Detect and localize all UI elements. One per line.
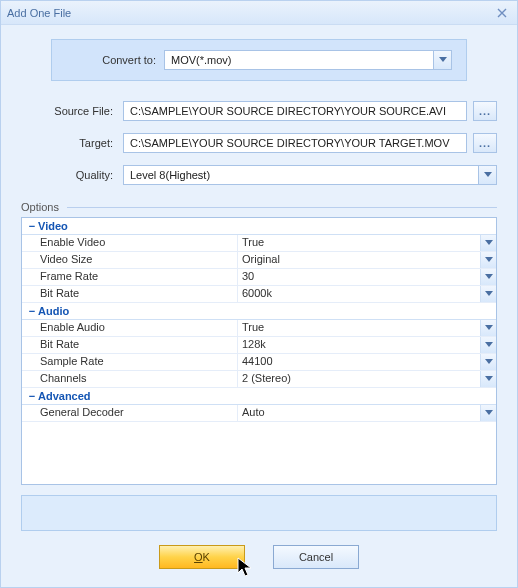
ok-mnemonic: O bbox=[194, 551, 203, 563]
target-input[interactable] bbox=[123, 133, 467, 153]
prop-name: Bit Rate bbox=[22, 337, 238, 353]
prop-name: Sample Rate bbox=[22, 354, 238, 370]
target-label: Target: bbox=[21, 137, 113, 149]
prop-row[interactable]: General DecoderAuto bbox=[22, 405, 496, 422]
chevron-down-icon[interactable] bbox=[433, 51, 451, 69]
prop-value: Auto bbox=[238, 405, 480, 421]
section-audio[interactable]: − Audio bbox=[22, 303, 496, 320]
quality-select[interactable]: Level 8(Highest) bbox=[123, 165, 497, 185]
options-label: Options bbox=[21, 201, 59, 213]
section-video[interactable]: − Video bbox=[22, 218, 496, 235]
prop-name: Enable Audio bbox=[22, 320, 238, 336]
chevron-down-icon[interactable] bbox=[480, 269, 496, 285]
convert-panel: Convert to: MOV(*.mov) bbox=[51, 39, 467, 81]
prop-name: Frame Rate bbox=[22, 269, 238, 285]
prop-value: 44100 bbox=[238, 354, 480, 370]
options-header: Options bbox=[21, 201, 497, 213]
chevron-down-icon[interactable] bbox=[480, 235, 496, 251]
section-title: Audio bbox=[38, 305, 69, 317]
section-advanced[interactable]: − Advanced bbox=[22, 388, 496, 405]
collapse-icon[interactable]: − bbox=[26, 390, 38, 402]
prop-value: True bbox=[238, 235, 480, 251]
chevron-down-icon[interactable] bbox=[480, 320, 496, 336]
section-title: Video bbox=[38, 220, 68, 232]
chevron-down-icon[interactable] bbox=[480, 286, 496, 302]
prop-row[interactable]: Bit Rate6000k bbox=[22, 286, 496, 303]
prop-value: 128k bbox=[238, 337, 480, 353]
prop-row[interactable]: Enable AudioTrue bbox=[22, 320, 496, 337]
target-browse-button[interactable]: ... bbox=[473, 133, 497, 153]
prop-value: True bbox=[238, 320, 480, 336]
prop-name: Bit Rate bbox=[22, 286, 238, 302]
quality-label: Quality: bbox=[21, 169, 113, 181]
prop-row[interactable]: Frame Rate30 bbox=[22, 269, 496, 286]
source-row: Source File: ... bbox=[21, 101, 497, 121]
section-title: Advanced bbox=[38, 390, 91, 402]
collapse-icon[interactable]: − bbox=[26, 220, 38, 232]
chevron-down-icon[interactable] bbox=[480, 252, 496, 268]
source-browse-button[interactable]: ... bbox=[473, 101, 497, 121]
ok-button[interactable]: OK bbox=[159, 545, 245, 569]
prop-row[interactable]: Video SizeOriginal bbox=[22, 252, 496, 269]
prop-row[interactable]: Bit Rate128k bbox=[22, 337, 496, 354]
cancel-button[interactable]: Cancel bbox=[273, 545, 359, 569]
chevron-down-icon[interactable] bbox=[480, 371, 496, 387]
prop-value: 30 bbox=[238, 269, 480, 285]
titlebar: Add One File bbox=[1, 1, 517, 25]
chevron-down-icon[interactable] bbox=[480, 337, 496, 353]
prop-name: General Decoder bbox=[22, 405, 238, 421]
source-input[interactable] bbox=[123, 101, 467, 121]
chevron-down-icon[interactable] bbox=[480, 354, 496, 370]
source-label: Source File: bbox=[21, 105, 113, 117]
prop-value: 2 (Stereo) bbox=[238, 371, 480, 387]
close-button[interactable] bbox=[493, 5, 511, 21]
collapse-icon[interactable]: − bbox=[26, 305, 38, 317]
prop-name: Enable Video bbox=[22, 235, 238, 251]
prop-row[interactable]: Channels2 (Stereo) bbox=[22, 371, 496, 388]
convert-value: MOV(*.mov) bbox=[165, 54, 433, 66]
prop-row[interactable]: Enable VideoTrue bbox=[22, 235, 496, 252]
prop-value: 6000k bbox=[238, 286, 480, 302]
property-grid: − Video Enable VideoTrue Video SizeOrigi… bbox=[21, 217, 497, 485]
dialog-body: Convert to: MOV(*.mov) Source File: ... … bbox=[1, 25, 517, 587]
window-title: Add One File bbox=[7, 7, 493, 19]
prop-value: Original bbox=[238, 252, 480, 268]
convert-label: Convert to: bbox=[66, 54, 156, 66]
quality-value: Level 8(Highest) bbox=[124, 169, 478, 181]
dialog-window: Add One File Convert to: MOV(*.mov) Sour… bbox=[0, 0, 518, 588]
button-bar: OK Cancel bbox=[21, 545, 497, 569]
divider bbox=[67, 207, 497, 208]
quality-row: Quality: Level 8(Highest) bbox=[21, 165, 497, 185]
target-row: Target: ... bbox=[21, 133, 497, 153]
chevron-down-icon[interactable] bbox=[480, 405, 496, 421]
prop-row[interactable]: Sample Rate44100 bbox=[22, 354, 496, 371]
prop-name: Channels bbox=[22, 371, 238, 387]
prop-name: Video Size bbox=[22, 252, 238, 268]
status-panel bbox=[21, 495, 497, 531]
grid-empty-area bbox=[22, 422, 496, 482]
convert-select[interactable]: MOV(*.mov) bbox=[164, 50, 452, 70]
ok-rest: K bbox=[203, 551, 210, 563]
chevron-down-icon[interactable] bbox=[478, 166, 496, 184]
